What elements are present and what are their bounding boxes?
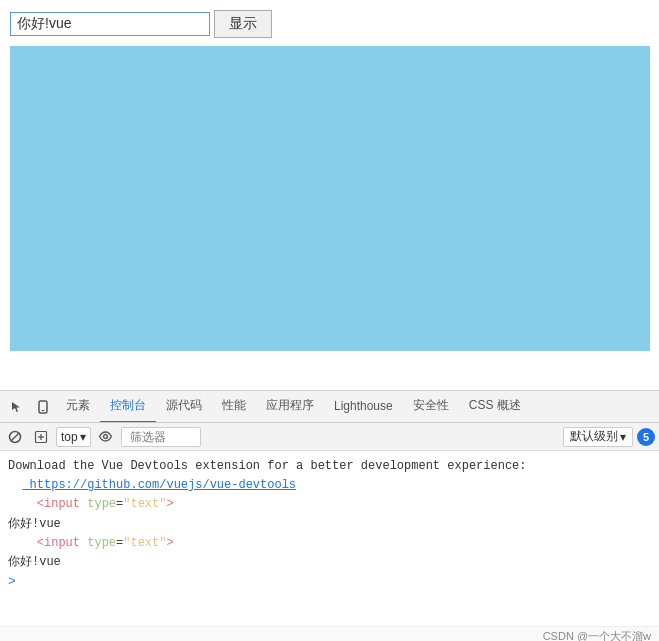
add-button[interactable] (30, 426, 52, 448)
app-input[interactable]: 你好!vue (10, 12, 210, 36)
devtools-link[interactable]: https://github.com/vuejs/vue-devtools (22, 478, 296, 492)
app-area: 你好!vue 显示 (0, 0, 659, 390)
tab-elements[interactable]: 元素 (56, 391, 100, 423)
console-output: Download the Vue Devtools extension for … (0, 451, 659, 626)
svg-rect-0 (39, 401, 47, 413)
svg-line-3 (11, 433, 19, 441)
console-devtools-message: Download the Vue Devtools extension for … (8, 457, 651, 476)
chevron-down-icon: ▾ (620, 430, 626, 444)
context-selector[interactable]: top ▾ (56, 427, 91, 447)
clear-console-button[interactable] (4, 426, 26, 448)
tab-security[interactable]: 安全性 (403, 391, 459, 423)
svg-rect-1 (42, 410, 45, 411)
bottom-bar: CSDN @一个大不溜w (0, 626, 659, 641)
devtools-panel: 元素 控制台 源代码 性能 应用程序 Lighthouse 安全性 CSS 概述 (0, 390, 659, 641)
console-chinese-1: 你好!vue (8, 515, 651, 534)
tab-performance[interactable]: 性能 (212, 391, 256, 423)
inspect-element-icon[interactable] (4, 394, 30, 420)
tab-application[interactable]: 应用程序 (256, 391, 324, 423)
tab-source[interactable]: 源代码 (156, 391, 212, 423)
log-level-select[interactable]: 默认级别 ▾ (563, 427, 633, 447)
svg-point-7 (104, 435, 108, 439)
devtools-tabs-bar: 元素 控制台 源代码 性能 应用程序 Lighthouse 安全性 CSS 概述 (0, 391, 659, 423)
console-filter-input[interactable] (121, 427, 201, 447)
console-toolbar: top ▾ 默认级别 ▾ 5 (0, 423, 659, 451)
console-prompt-line: > (8, 572, 651, 593)
console-devtools-link-line: https://github.com/vuejs/vue-devtools (8, 476, 651, 495)
console-chinese-2: 你好!vue (8, 553, 651, 572)
tab-lighthouse[interactable]: Lighthouse (324, 391, 403, 423)
device-toggle-icon[interactable] (30, 394, 56, 420)
watermark-text: CSDN @一个大不溜w (543, 629, 651, 641)
tab-css-overview[interactable]: CSS 概述 (459, 391, 531, 423)
app-controls: 你好!vue 显示 (10, 10, 649, 38)
chevron-down-icon: ▾ (80, 430, 86, 444)
eye-icon[interactable] (95, 426, 117, 448)
blue-display-area (10, 46, 650, 351)
console-input-tag-1: <input type="text"> (8, 495, 651, 514)
error-count-badge: 5 (637, 428, 655, 446)
console-input-tag-2: <input type="text"> (8, 534, 651, 553)
show-button[interactable]: 显示 (214, 10, 272, 38)
tab-console[interactable]: 控制台 (100, 391, 156, 423)
